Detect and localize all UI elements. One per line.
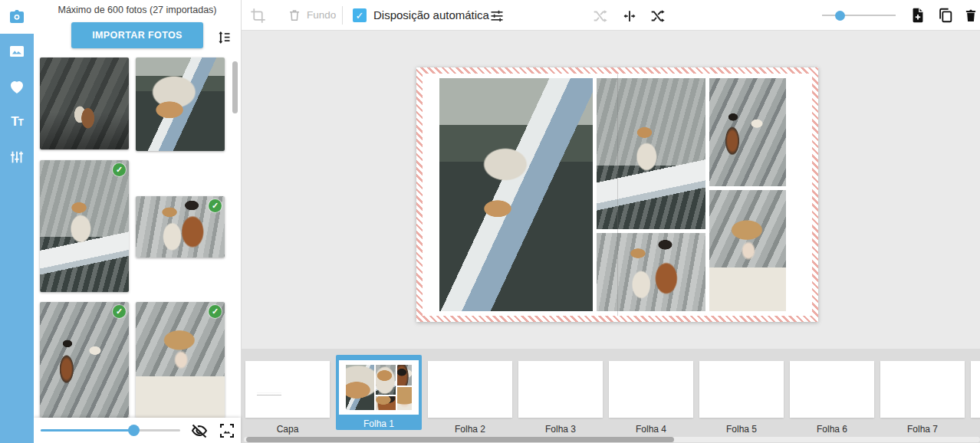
photo-used-check-icon: ✓ <box>113 163 126 176</box>
page-tile-folha-7[interactable]: Folha 7 <box>880 349 965 435</box>
auto-layout-checkbox[interactable]: ✓ <box>353 8 367 22</box>
photo-used-check-icon: ✓ <box>209 305 222 318</box>
zoom-slider-knob[interactable] <box>835 11 845 21</box>
photo-used-check-icon: ✓ <box>209 199 222 212</box>
slider-fill <box>41 429 134 432</box>
page-tile-folha-1[interactable]: Folha 1 <box>336 355 422 430</box>
page-thumbnail <box>790 361 874 418</box>
spread-photo-man-rock[interactable] <box>709 78 786 186</box>
spread-fold-line <box>617 74 618 316</box>
page-label: Folha 1 <box>363 418 394 429</box>
slider-knob[interactable] <box>128 425 140 436</box>
page-label: Capa <box>277 424 299 435</box>
favorites-heart-icon[interactable] <box>7 77 27 97</box>
book-spread <box>416 67 818 322</box>
page-thumbnail <box>518 361 603 418</box>
page-thumbnail <box>699 361 784 418</box>
library-photo-boat-lean[interactable] <box>136 57 225 151</box>
page-tile-folha-6[interactable]: Folha 6 <box>790 349 874 435</box>
page-thumbnail <box>609 361 693 418</box>
page-label: Folha 3 <box>545 424 576 435</box>
sort-order-icon[interactable] <box>216 30 232 45</box>
mini-photo-boat-sit <box>376 365 396 395</box>
library-photo-boat-sit[interactable]: ✓ <box>40 160 129 292</box>
editor-toolbar: Fundo ✓ Disposição automática <box>242 0 980 31</box>
library-photo-rail-couple[interactable] <box>40 57 129 149</box>
library-photo-man-rock[interactable]: ✓ <box>40 302 129 418</box>
auto-layout-label: Disposição automática <box>373 8 489 21</box>
photo-library-panel: ✓✓✓✓ Máximo de 600 fotos (27 importadas)… <box>34 0 242 443</box>
cover-title-text <box>257 392 281 396</box>
camera-icon[interactable] <box>0 0 34 34</box>
split-horizontal-icon[interactable] <box>621 8 638 25</box>
background-button[interactable]: Fundo <box>288 8 336 22</box>
add-page-icon[interactable] <box>909 6 926 25</box>
toolbar-divider <box>342 6 343 25</box>
crop-icon[interactable] <box>250 8 266 24</box>
mini-photo-couple <box>376 396 396 410</box>
pages-filmstrip: CapaFolha 1Folha 2Folha 3Folha 4Folha 5F… <box>242 349 980 443</box>
shuffle-icon[interactable] <box>649 8 666 25</box>
rail-tools: TT <box>0 34 34 443</box>
duplicate-page-icon[interactable] <box>937 6 954 25</box>
swap-photos-icon[interactable] <box>591 8 608 25</box>
page-thumbnail <box>428 361 512 418</box>
page-tile-capa[interactable]: Capa <box>245 349 330 435</box>
page-thumbnail <box>971 361 980 418</box>
library-footer <box>34 418 241 443</box>
editor-main: Fundo ✓ Disposição automática <box>242 0 980 443</box>
spread-photo-boat-sit[interactable] <box>597 78 705 229</box>
show-in-frame-icon[interactable] <box>218 422 236 440</box>
delete-page-icon[interactable] <box>963 6 978 25</box>
page-label: Folha 4 <box>636 424 666 435</box>
zoom-slider[interactable] <box>822 15 896 16</box>
adjustments-sliders-icon[interactable] <box>7 147 27 167</box>
library-scrollbar-thumb[interactable] <box>232 61 238 113</box>
trash-outline-icon <box>288 8 301 22</box>
page-label: Folha 5 <box>726 424 757 435</box>
text-tool-icon[interactable]: TT <box>7 112 27 132</box>
library-photo-couple[interactable]: ✓ <box>136 196 225 258</box>
page-tile-folha-4[interactable]: Folha 4 <box>609 349 693 435</box>
photo-used-check-icon: ✓ <box>113 305 126 318</box>
photobook-editor: TT ✓✓✓✓ Máximo de 600 fotos (27 importad… <box>0 0 980 443</box>
page-thumbnail <box>245 361 330 418</box>
filmstrip-scrollbar[interactable] <box>244 437 980 442</box>
photo-count-label: Máximo de 600 fotos (27 importadas) <box>34 5 241 15</box>
left-icon-rail: TT <box>0 0 34 443</box>
spread-photo-couple[interactable] <box>597 233 705 311</box>
page-thumbnail <box>880 361 965 418</box>
mini-photo-boat-lean <box>346 365 374 410</box>
canvas-area <box>242 31 980 349</box>
page-tiles: CapaFolha 1Folha 2Folha 3Folha 4Folha 5F… <box>245 349 980 435</box>
mini-photo-woman-hat <box>397 387 412 410</box>
spread-photo-boat-lean[interactable] <box>439 78 593 311</box>
page-label: Folha 6 <box>817 424 847 435</box>
page-label: Folha 2 <box>455 424 485 435</box>
page-thumbnail <box>339 360 419 415</box>
page-tile-folha-5[interactable]: Folha 5 <box>699 349 784 435</box>
thumbnail-size-slider[interactable] <box>41 429 180 432</box>
library-photo-woman-hat[interactable]: ✓ <box>136 302 225 418</box>
mini-photo-man-rock <box>397 365 412 386</box>
spread-photo-woman-hat[interactable] <box>709 190 786 311</box>
photos-panel-icon[interactable] <box>7 41 27 61</box>
background-label: Fundo <box>307 9 336 21</box>
photo-grid: ✓✓✓✓ <box>34 0 241 418</box>
page-tile-next[interactable] <box>971 349 980 424</box>
page-label: Folha 7 <box>907 424 938 435</box>
import-photos-button[interactable]: IMPORTAR FOTOS <box>71 22 203 48</box>
layout-settings-icon[interactable] <box>489 8 505 23</box>
filmstrip-scrollbar-thumb[interactable] <box>246 437 674 442</box>
page-tile-folha-2[interactable]: Folha 2 <box>428 349 512 435</box>
hide-used-photos-icon[interactable] <box>190 422 209 440</box>
page-tile-folha-3[interactable]: Folha 3 <box>518 349 603 435</box>
